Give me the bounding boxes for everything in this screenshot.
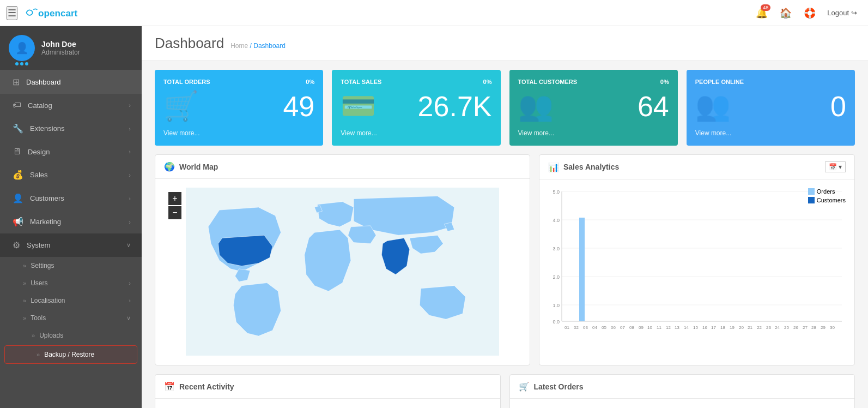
sidebar-item-settings[interactable]: » Settings [0, 257, 142, 274]
stats-row: TOTAL ORDERS 0% 🛒 49 View more... TOTAL … [142, 61, 868, 154]
logout-button[interactable]: Logout ↪ [823, 7, 861, 19]
sidebar-item-catalog[interactable]: 🏷 Catalog › [0, 94, 142, 117]
map-container: + − [155, 179, 530, 364]
sidebar-item-dashboard[interactable]: ⊞ Dashboard [0, 70, 142, 94]
home-button[interactable]: 🏠 [775, 2, 797, 24]
hamburger-button[interactable]: ☰ [7, 6, 17, 20]
cart-icon: 🛒 [163, 89, 199, 123]
chart-container: Orders Customers 5.0 4.0 3.0 2.0 [539, 179, 854, 365]
sidebar-item-marketing[interactable]: 📢 Marketing › [0, 210, 142, 233]
svg-text:06: 06 [611, 325, 616, 330]
design-icon: 🖥 [13, 147, 21, 157]
sidebar-item-users[interactable]: » Users › [0, 274, 142, 292]
bottom-row: 📅 Recent Activity 🛒 Latest Orders [142, 374, 868, 408]
latest-orders-panel: 🛒 Latest Orders [509, 374, 855, 408]
chevron-right-icon: › [129, 102, 131, 109]
calendar-icon: 📅 [164, 381, 175, 392]
stat-link[interactable]: View more... [341, 129, 491, 137]
svg-text:opencart: opencart [38, 8, 78, 19]
panel-header-orders: 🛒 Latest Orders [510, 375, 855, 399]
help-button[interactable]: 🛟 [799, 2, 821, 24]
svg-text:5.0: 5.0 [553, 189, 560, 195]
sidebar-item-uploads[interactable]: » Uploads [0, 327, 142, 344]
sidebar-item-localisation[interactable]: » Localisation › [0, 292, 142, 309]
svg-text:20: 20 [739, 325, 744, 330]
date-picker-button[interactable]: 📅 ▾ [825, 161, 846, 172]
main-content: Dashboard Home / Dashboard TOTAL ORDERS … [142, 26, 868, 408]
notifications-button[interactable]: 🔔 48 [751, 2, 773, 24]
svg-text:11: 11 [657, 325, 661, 330]
notification-badge: 48 [761, 4, 770, 11]
middle-row: 🌍 World Map + − [142, 154, 868, 374]
dashboard-icon: ⊞ [13, 77, 20, 87]
stat-link[interactable]: View more... [518, 129, 669, 137]
zoom-out-button[interactable]: − [168, 206, 181, 219]
credit-card-icon: 💳 [341, 89, 376, 123]
sales-analytics-title: Sales Analytics [563, 163, 619, 171]
catalog-icon: 🏷 [13, 100, 21, 110]
extensions-icon: 🔧 [13, 123, 23, 134]
panel-header-activity: 📅 Recent Activity [155, 375, 500, 399]
chevron-right-icon: › [129, 280, 131, 286]
svg-text:17: 17 [711, 325, 716, 330]
svg-text:21: 21 [748, 325, 752, 330]
stat-link[interactable]: View more... [163, 129, 314, 137]
zoom-in-button[interactable]: + [168, 192, 181, 205]
top-navbar: ☰ opencart 🔔 48 🏠 🛟 Logout ↪ [0, 0, 868, 26]
svg-text:24: 24 [775, 325, 780, 330]
user-profile: 👤 John Doe Administrator [0, 26, 142, 70]
stat-card-people-online: PEOPLE ONLINE 👥 0 View more... [687, 70, 855, 146]
sidebar-item-customers[interactable]: 👤 Customers › [0, 187, 142, 210]
sidebar: 👤 John Doe Administrator ⊞ Dashboard 🏷 C… [0, 26, 142, 408]
svg-text:22: 22 [757, 325, 762, 330]
customers-legend-color [808, 197, 815, 203]
sidebar-item-label: Dashboard [26, 78, 131, 86]
svg-text:2.0: 2.0 [553, 274, 560, 280]
marketing-icon: 📢 [13, 217, 23, 227]
stat-label: TOTAL CUSTOMERS [518, 79, 578, 85]
svg-text:30: 30 [830, 325, 835, 330]
chevron-right-icon: › [129, 125, 131, 132]
svg-text:10: 10 [647, 325, 652, 330]
opencart-logo-svg: opencart [25, 5, 90, 21]
customers-stat-icon: 👥 [518, 89, 554, 123]
sidebar-item-design[interactable]: 🖥 Design › [0, 140, 142, 163]
stat-link[interactable]: View more... [695, 129, 846, 137]
sidebar-item-extensions[interactable]: 🔧 Extensions › [0, 117, 142, 140]
sales-icon: 💰 [13, 170, 23, 180]
bar-orders-day03 [579, 218, 585, 321]
recent-activity-content [155, 399, 500, 408]
sidebar-item-backup-restore[interactable]: » Backup / Restore [4, 345, 137, 364]
svg-text:27: 27 [803, 325, 808, 330]
sub-arrow-icon: » [32, 332, 35, 339]
svg-text:29: 29 [821, 325, 825, 330]
page-title: Dashboard [155, 35, 224, 52]
sales-analytics-panel: 📊 Sales Analytics 📅 ▾ Orders [539, 154, 855, 365]
sub-arrow-icon: » [37, 351, 40, 358]
recent-activity-title: Recent Activity [179, 382, 234, 391]
customers-icon: 👤 [13, 193, 23, 203]
svg-text:14: 14 [684, 325, 689, 330]
bar-chart-icon: 📊 [548, 162, 559, 172]
sub-arrow-icon: » [23, 297, 26, 304]
recent-activity-panel: 📅 Recent Activity [155, 374, 501, 408]
user-name: John Doe [41, 40, 80, 49]
system-icon: ⚙ [13, 240, 20, 250]
chart-legend: Orders Customers [808, 188, 846, 206]
svg-text:08: 08 [629, 325, 634, 330]
breadcrumb-home[interactable]: Home [230, 42, 248, 50]
stat-value: 0 [830, 90, 846, 123]
brand-logo: opencart [25, 5, 90, 21]
nav-menu: ⊞ Dashboard 🏷 Catalog › 🔧 Extensions › 🖥… [0, 70, 142, 408]
svg-text:16: 16 [702, 325, 707, 330]
user-role: Administrator [41, 49, 80, 56]
svg-text:25: 25 [784, 325, 789, 330]
latest-orders-content [510, 399, 855, 408]
svg-text:18: 18 [720, 325, 725, 330]
sidebar-item-sales[interactable]: 💰 Sales › [0, 163, 142, 187]
chevron-right-icon: › [129, 219, 131, 225]
sidebar-item-system[interactable]: ⚙ System ∨ [0, 233, 142, 257]
stat-label: PEOPLE ONLINE [695, 79, 744, 85]
stat-percent: 0% [483, 79, 492, 85]
sidebar-item-tools[interactable]: » Tools ∨ [0, 309, 142, 327]
